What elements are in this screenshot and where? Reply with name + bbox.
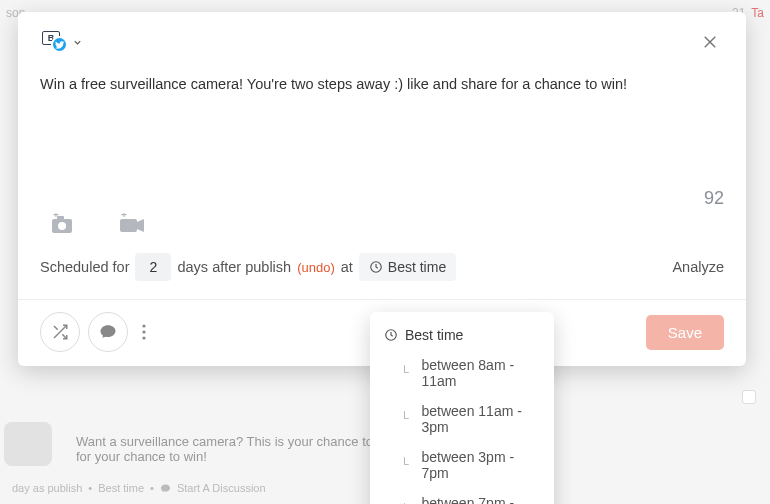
svg-point-4	[58, 222, 66, 230]
more-options-button[interactable]	[136, 318, 152, 346]
days-after-input[interactable]	[135, 253, 171, 281]
chevron-down-icon	[72, 37, 83, 48]
account-selector[interactable]: B	[40, 31, 83, 53]
dropdown-slot-1[interactable]: between 8am - 11am	[370, 350, 554, 396]
character-count: 92	[40, 188, 724, 209]
bg-post-thumbnail	[4, 422, 52, 466]
dropdown-slot-3[interactable]: between 3pm - 7pm	[370, 442, 554, 488]
time-dropdown: Best time between 8am - 11am between 11a…	[370, 312, 554, 504]
svg-rect-6	[120, 219, 137, 232]
svg-line-12	[54, 326, 58, 330]
time-selector-trigger[interactable]: Best time	[359, 253, 456, 281]
schedule-row: Scheduled for days after publish (undo) …	[40, 253, 724, 299]
schedule-suffix: days after publish	[177, 259, 291, 275]
clock-icon	[384, 328, 398, 342]
bg-meta-discuss: Start A Discussion	[177, 482, 266, 494]
dropdown-slot-4[interactable]: between 7pm - 11pm	[370, 488, 554, 504]
dropdown-slot-2[interactable]: between 11am - 3pm	[370, 396, 554, 442]
bg-right-tag: Ta	[751, 6, 764, 20]
analyze-link[interactable]: Analyze	[672, 259, 724, 275]
bg-meta-best: Best time	[98, 482, 144, 494]
comment-icon	[160, 483, 171, 494]
compose-textarea[interactable]: Win a free surveillance camera! You're t…	[40, 74, 724, 184]
time-trigger-label: Best time	[388, 259, 446, 275]
bg-meta-publish: day as publish	[12, 482, 82, 494]
modal-header: B	[40, 28, 724, 56]
svg-point-13	[142, 324, 145, 327]
close-button[interactable]	[696, 28, 724, 56]
speech-bubble-icon	[99, 323, 117, 341]
account-avatar: B	[40, 31, 68, 53]
comment-button[interactable]	[88, 312, 128, 352]
svg-point-15	[142, 336, 145, 339]
save-button[interactable]: Save	[646, 315, 724, 350]
add-video-button[interactable]: +	[118, 213, 146, 235]
bg-meta-dot-2: •	[150, 482, 154, 494]
bg-checkbox	[742, 390, 756, 404]
schedule-prefix: Scheduled for	[40, 259, 129, 275]
svg-point-14	[142, 330, 145, 333]
clock-icon	[369, 260, 383, 274]
svg-text:+: +	[53, 213, 59, 220]
add-photo-button[interactable]: +	[50, 213, 74, 235]
close-icon	[701, 33, 719, 51]
bg-meta-dot-1: •	[88, 482, 92, 494]
media-toolbar: + +	[40, 209, 724, 253]
svg-text:+: +	[121, 213, 127, 220]
dropdown-slot-2-label: between 11am - 3pm	[422, 403, 540, 435]
twitter-icon	[51, 36, 68, 53]
svg-marker-7	[137, 219, 144, 232]
undo-link[interactable]: (undo)	[297, 260, 335, 275]
schedule-at: at	[341, 259, 353, 275]
dropdown-slot-1-label: between 8am - 11am	[422, 357, 540, 389]
camera-icon: +	[50, 213, 74, 235]
shuffle-icon	[51, 323, 69, 341]
dropdown-slot-4-label: between 7pm - 11pm	[422, 495, 540, 504]
video-camera-icon: +	[118, 213, 146, 235]
dropdown-best-time-label: Best time	[405, 327, 463, 343]
dropdown-slot-3-label: between 3pm - 7pm	[422, 449, 540, 481]
shuffle-button[interactable]	[40, 312, 80, 352]
kebab-icon	[142, 324, 146, 340]
dropdown-best-time[interactable]: Best time	[370, 320, 554, 350]
